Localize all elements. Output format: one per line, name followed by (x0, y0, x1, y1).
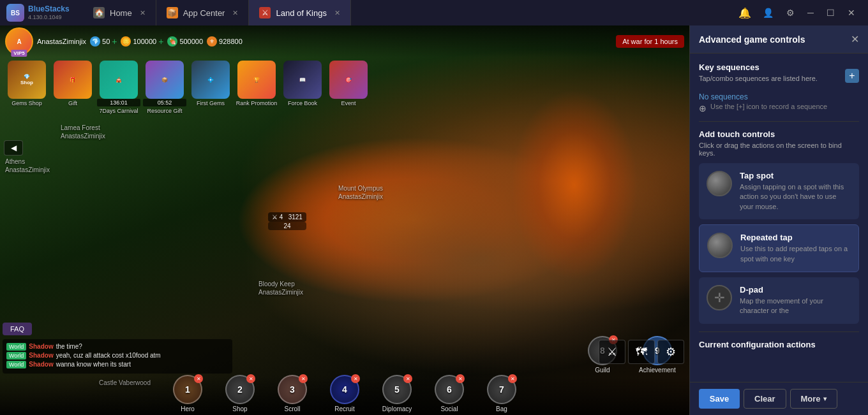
shop-button[interactable]: 2 ✕ Shop (214, 375, 266, 412)
agc-body: Key sequences Tap/combo sequences are li… (690, 54, 868, 382)
recruit-button[interactable]: 4 ✕ Recruit (319, 375, 370, 412)
repeated-tap-info: Repeated tap Use this to add repeated ta… (740, 233, 851, 264)
tap-spot-card[interactable]: Tap spot Assign tapping on a spot with t… (699, 163, 859, 219)
no-sequences-text: No sequences (699, 92, 859, 101)
faq-button[interactable]: FAQ (3, 323, 32, 335)
more-button[interactable]: More ▾ (790, 389, 837, 409)
repeated-tap-name: Repeated tap (740, 233, 851, 242)
game-area[interactable]: A VIP5 AnastasZiminjix 💎 50 + 🪙 100000 +… (0, 25, 689, 415)
map-label-olympus: Mount Olympus (338, 185, 383, 192)
chat-badge-3: World (6, 361, 26, 368)
touch-sub: Click or drag the actions on the screen … (699, 142, 859, 157)
settings-game-icon[interactable]: ⚙ (657, 340, 684, 364)
agc-footer: Save Clear More ▾ (690, 382, 868, 415)
seq-add-button[interactable]: + (845, 69, 859, 83)
clear-button[interactable]: Clear (744, 389, 786, 409)
icon-event[interactable]: 🎯 Event (327, 61, 370, 114)
coin-icon: ⚜ (207, 36, 217, 47)
tap-spot-orb (707, 171, 732, 196)
titlebar-controls: 🔔 👤 ⚙ ─ ☐ ✕ (735, 4, 868, 22)
icon-7days[interactable]: 🎪 136:01 7Days Carnival (97, 61, 140, 114)
map-label-athens: Athens (5, 158, 25, 165)
seq-hint-text: Use the [+] icon to record a sequence (710, 103, 827, 110)
nav-arrow-back[interactable]: ◀ (4, 140, 23, 156)
icon-gift[interactable]: 🎁 Gift (51, 61, 94, 114)
seq-title: Key sequences (699, 62, 818, 72)
hero-button[interactable]: 1 ✕ Hero (162, 375, 213, 412)
agc-title: Advanced game controls (699, 34, 805, 45)
right-controls: ⚔ 🗺 ⚙ (599, 340, 684, 364)
dpad-card[interactable]: D-pad Map the movement of your character… (699, 277, 859, 324)
chat-line-3: World Shadow wanna know when its start (6, 361, 228, 368)
icon-first-gems[interactable]: 💠 First Gems (189, 61, 232, 114)
maximize-button[interactable]: ☐ (821, 5, 840, 20)
map-label-lamea-player: AnastasZiminjix (61, 133, 105, 140)
scroll-button[interactable]: 3 ✕ Scroll (267, 375, 318, 412)
bluestacks-logo: BS BlueStacks 4.130.0.1049 (0, 4, 83, 22)
main-area: A VIP5 AnastasZiminjix 💎 50 + 🪙 100000 +… (0, 25, 868, 415)
notification-icon[interactable]: 🔔 (735, 4, 755, 22)
map-icon[interactable]: 🗺 (628, 340, 655, 364)
record-icon: ⊕ (699, 103, 707, 113)
vip-badge: VIP5 (11, 50, 27, 57)
icon-gems-shop[interactable]: 💎Shop Gems Shop (5, 61, 49, 114)
dpad-info: D-pad Map the movement of your character… (740, 285, 851, 316)
bag-button[interactable]: 7 ✕ Bag (476, 375, 527, 412)
current-config-section: Current configuration actions (699, 340, 859, 349)
resource-coins: ⚜ 928800 (207, 36, 243, 47)
social-button[interactable]: 6 ✕ Social (424, 375, 475, 412)
gold-plus[interactable]: + (158, 36, 163, 47)
chat-badge-1: World (6, 343, 26, 351)
game-topbar: A VIP5 AnastasZiminjix 💎 50 + 🪙 100000 +… (0, 25, 689, 57)
resource-gems: 💎 50 + (90, 36, 117, 47)
diplomacy-button[interactable]: 5 ✕ Diplomacy (371, 375, 423, 412)
seq-sub: Tap/combo sequences are listed here. (699, 75, 818, 82)
divider-1 (699, 121, 859, 122)
key-sequences-section: Key sequences Tap/combo sequences are li… (699, 62, 859, 113)
food-icon: 🍖 (167, 36, 177, 47)
dpad-desc: Map the movement of your character or th… (740, 296, 851, 316)
tab-appcenter[interactable]: 📦 App Center ✕ (156, 0, 250, 25)
icon-rank-promotion[interactable]: 🏆 Rank Promotion (235, 61, 278, 114)
touch-title: Add touch controls (699, 129, 859, 139)
save-button[interactable]: Save (699, 389, 740, 409)
icon-force-book[interactable]: 📖 Force Book (281, 61, 324, 114)
tap-spot-name: Tap spot (740, 171, 851, 180)
map-label-bloody: Bloody Keep (258, 280, 295, 288)
map-label-bloody-player: AnastasZiminjix (258, 289, 303, 296)
tab-game[interactable]: ⚔ Land of Kings ✕ (249, 0, 351, 25)
tab-home[interactable]: 🏠 Home ✕ (83, 0, 156, 25)
icon-resource-gift[interactable]: 📦 05:52 Resource Gift (143, 61, 186, 114)
war-status: At war for 1 hours (616, 35, 684, 48)
repeated-tap-card[interactable]: Repeated tap Use this to add repeated ta… (699, 224, 859, 272)
agc-panel: Advanced game controls ✕ Key sequences T… (689, 25, 868, 415)
combat-icon[interactable]: ⚔ (599, 340, 625, 364)
settings-icon[interactable]: ⚙ (781, 5, 800, 20)
gem-icon: 💎 (90, 36, 100, 47)
tap-spot-desc: Assign tapping on a spot with this actio… (740, 182, 851, 212)
agc-header: Advanced game controls ✕ (690, 25, 868, 54)
left-nav: ◀ (4, 140, 23, 156)
minimize-button[interactable]: ─ (802, 5, 819, 20)
dpad-name: D-pad (740, 285, 851, 295)
game-icon: ⚔ (259, 7, 271, 18)
appcenter-tab-close[interactable]: ✕ (232, 9, 238, 17)
chat-area: World Shadow the time? World Shadow yeah… (3, 339, 232, 374)
resource-gold: 🪙 100000 + (121, 36, 163, 47)
more-chevron-icon: ▾ (823, 395, 827, 402)
repeated-tap-desc: Use this to add repeated taps on a spot … (740, 244, 851, 264)
player-name: AnastasZiminjix (37, 38, 86, 45)
home-tab-close[interactable]: ✕ (140, 9, 146, 17)
gems-plus[interactable]: + (112, 36, 117, 47)
divider-2 (699, 331, 859, 332)
home-icon: 🏠 (93, 7, 105, 18)
tap-spot-info: Tap spot Assign tapping on a spot with t… (740, 171, 851, 212)
agc-close-button[interactable]: ✕ (851, 33, 859, 45)
close-button[interactable]: ✕ (842, 5, 860, 20)
seq-titles: Key sequences Tap/combo sequences are li… (699, 62, 818, 89)
bottom-bar: 1 ✕ Hero 2 ✕ Shop 3 ✕ Scroll (0, 377, 689, 415)
game-tab-close[interactable]: ✕ (334, 9, 340, 17)
account-icon[interactable]: 👤 (758, 5, 779, 20)
chat-line-2: World Shadow yeah, cuz all attack cost x… (6, 352, 228, 360)
current-config-title: Current configuration actions (699, 340, 859, 349)
